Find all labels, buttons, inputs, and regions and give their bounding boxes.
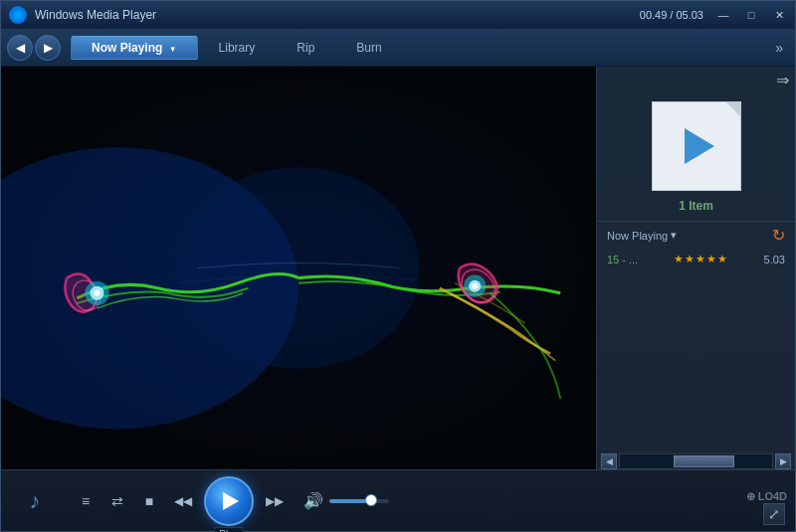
main-window: Windows Media Player 00.49 / 05.03 — □ ✕… <box>0 0 796 532</box>
titlebar-right: 00.49 / 05.03 — □ ✕ <box>640 9 787 22</box>
panel-expand-button[interactable]: ⇒ <box>776 71 789 89</box>
fullscreen-button[interactable]: ⤢ <box>763 503 785 525</box>
track-row: 15 - ... ★★★★★ 5.03 <box>597 249 795 269</box>
volume-slider[interactable] <box>329 499 389 503</box>
volume-thumb <box>365 494 377 506</box>
dropdown-arrow-icon: ▾ <box>671 229 677 242</box>
now-playing-label[interactable]: Now Playing ▾ <box>607 229 677 242</box>
titlebar-left: Windows Media Player <box>9 6 156 24</box>
music-note-icon: ♪ <box>30 488 41 514</box>
scroll-thumb <box>674 455 734 467</box>
music-icon-button[interactable]: ♪ <box>17 483 53 519</box>
control-group: ≡ ⇄ ■ <box>73 488 162 514</box>
track-name: 15 - ... <box>607 254 638 266</box>
forward-button[interactable]: ▶ <box>35 35 61 61</box>
svg-point-8 <box>472 283 478 289</box>
minimize-button[interactable]: — <box>715 9 731 21</box>
content-area: ⇒ 1 Item Now Playing ▾ ↻ 15 - ... ★★★★★ … <box>1 67 795 469</box>
scroll-track[interactable] <box>619 453 773 469</box>
back-button[interactable]: ◀ <box>7 35 33 61</box>
shuffle-button[interactable]: ⇄ <box>104 488 130 514</box>
item-count: 1 Item <box>679 199 713 213</box>
viz-canvas <box>1 67 596 469</box>
control-bar: ♪ ≡ ⇄ ■ ◀◀ Play ▶▶ 🔊 ⤢ ⊕ LO4D <box>1 469 795 531</box>
nav-back-forward: ◀ ▶ <box>7 35 61 61</box>
scroll-right-button[interactable]: ▶ <box>775 453 791 469</box>
right-panel: ⇒ 1 Item Now Playing ▾ ↻ 15 - ... ★★★★★ … <box>596 67 795 469</box>
next-button[interactable]: ▶▶ <box>262 488 288 514</box>
svg-point-5 <box>94 290 100 296</box>
volume-area: 🔊 <box>303 491 389 510</box>
playlist-button[interactable]: ≡ <box>73 488 99 514</box>
panel-spacer <box>597 269 795 449</box>
time-display: 00.49 / 05.03 <box>640 9 703 21</box>
more-tabs-button[interactable]: » <box>769 40 789 56</box>
tab-library[interactable]: Library <box>198 36 277 60</box>
album-art-area: 1 Item <box>597 93 795 221</box>
tab-now-playing[interactable]: Now Playing ▼ <box>71 36 198 60</box>
track-rating[interactable]: ★★★★★ <box>674 253 728 266</box>
now-playing-row: Now Playing ▾ ↻ <box>597 221 795 249</box>
panel-top: ⇒ <box>597 67 795 93</box>
visualization-area <box>1 67 596 469</box>
nav-tabs: Now Playing ▼ Library Rip Burn <box>71 36 765 60</box>
tab-rip[interactable]: Rip <box>276 36 335 60</box>
fullscreen-icon: ⤢ <box>768 506 780 522</box>
horizontal-scrollbar: ◀ ▶ <box>601 453 791 469</box>
volume-icon[interactable]: 🔊 <box>303 491 323 510</box>
tab-arrow-icon: ▼ <box>169 45 177 54</box>
stop-button[interactable]: ■ <box>136 488 162 514</box>
album-art-play-icon <box>685 128 714 164</box>
svg-point-2 <box>178 167 420 369</box>
play-icon <box>223 492 239 510</box>
play-button[interactable]: Play <box>204 476 254 526</box>
track-duration: 5.03 <box>764 254 785 266</box>
album-art <box>652 101 741 191</box>
close-button[interactable]: ✕ <box>771 9 787 22</box>
watermark: ⊕ LO4D <box>746 490 787 503</box>
tab-burn[interactable]: Burn <box>335 36 402 60</box>
scroll-left-button[interactable]: ◀ <box>601 453 617 469</box>
titlebar: Windows Media Player 00.49 / 05.03 — □ ✕ <box>1 1 795 29</box>
play-label: Play <box>214 527 243 533</box>
navbar: ◀ ▶ Now Playing ▼ Library Rip Burn » <box>1 29 795 67</box>
maximize-button[interactable]: □ <box>743 9 759 21</box>
refresh-icon[interactable]: ↻ <box>772 226 785 245</box>
previous-button[interactable]: ◀◀ <box>170 488 196 514</box>
panel-scrollbar: ◀ ▶ <box>597 449 795 469</box>
window-title: Windows Media Player <box>35 8 156 22</box>
app-icon <box>9 6 27 24</box>
